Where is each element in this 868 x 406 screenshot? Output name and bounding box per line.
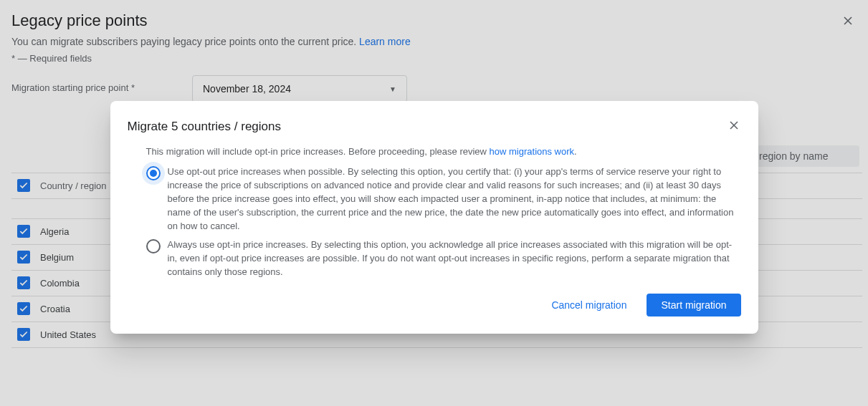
modal-overlay: Migrate 5 countries / regions This migra… xyxy=(0,0,868,406)
opt-out-text: Use opt-out price increases when possibl… xyxy=(168,165,741,233)
cancel-button[interactable]: Cancel migration xyxy=(537,294,641,316)
opt-out-radio[interactable] xyxy=(146,166,161,180)
how-migrations-work-link[interactable]: how migrations work xyxy=(490,146,575,157)
dialog-intro: This migration will include opt-in price… xyxy=(128,146,741,157)
migrate-dialog: Migrate 5 countries / regions This migra… xyxy=(110,101,758,334)
opt-in-text: Always use opt-in price increases. By se… xyxy=(168,238,741,279)
dialog-title: Migrate 5 countries / regions xyxy=(128,120,282,134)
dialog-close-icon[interactable] xyxy=(727,118,741,135)
opt-in-radio[interactable] xyxy=(146,239,161,253)
start-button[interactable]: Start migration xyxy=(647,294,740,316)
